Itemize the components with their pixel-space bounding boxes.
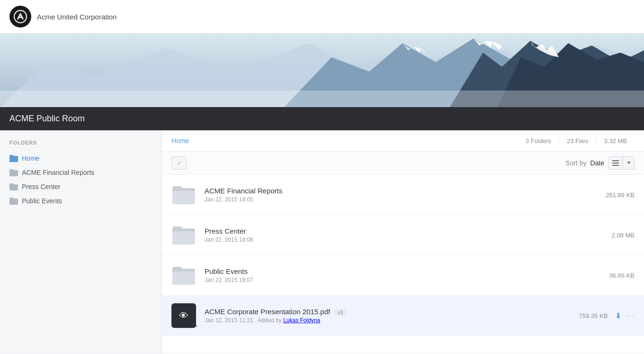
svg-rect-11 [612,160,619,161]
logo-icon [9,6,31,27]
folder-icon-press [9,183,18,191]
sidebar-item-press-center[interactable]: Press Center [0,180,161,194]
file-info-presentation: ACME Corporate Presentation 2015.pdf v1 … [205,308,565,324]
folder-thumbnail-events [171,263,196,288]
more-options-button[interactable]: ··· [626,312,635,319]
folder-icon-financial [9,169,18,176]
file-size: 759.35 KB [565,312,608,319]
content-area: Home 3 Folders 23 Files 3.32 MB ✓ Sort b… [162,130,644,354]
folder-large-icon [172,266,195,285]
sidebar-item-home[interactable]: Home [0,151,161,165]
header: Acme United Corporation [0,0,644,34]
svg-point-1 [19,16,22,18]
file-date: Jan 22, 2015 18:05 [205,196,592,203]
sidebar-press-label: Press Center [22,183,61,191]
sidebar-financial-label: ACME Financial Reports [22,169,94,176]
file-name: Press Center [205,227,592,235]
svg-rect-12 [612,163,619,163]
content-stats: 3 Folders 23 Files 3.32 MB [518,137,635,145]
file-name: ACME Financial Reports [205,187,592,195]
content-header: Home 3 Folders 23 Files 3.32 MB [162,130,644,152]
checkmark-icon: ✓ [177,160,182,167]
file-info-press: Press Center Jan 22, 2015 18:08 [205,227,592,243]
folder-icon-events [9,198,18,205]
download-button[interactable]: ⬇ [615,311,621,320]
file-date: Jan 12, 2015 11:21 Added by Lukas Foldyn… [205,317,565,324]
cursor-icon: ↖ [192,320,198,329]
folder-thumbnail-press [171,223,196,247]
toolbar-row: ✓ Sort by Date [162,152,644,175]
sidebar: FOLDERS Home ACME Financial Reports Pres… [0,130,162,354]
list-view-icon [612,160,619,166]
file-info-financial: ACME Financial Reports Jan 22, 2015 18:0… [205,187,592,203]
total-size: 3.32 MB [596,137,635,145]
sidebar-item-financial-reports[interactable]: ACME Financial Reports [0,165,161,180]
eye-icon: 👁 [179,310,188,321]
sidebar-home-label: Home [22,154,39,162]
file-list: ACME Financial Reports Jan 22, 2015 18:0… [162,175,644,336]
folder-large-icon [172,226,195,245]
file-date: Jan 22, 2015 18:07 [205,277,592,283]
svg-rect-13 [612,165,619,166]
sort-label: Sort by [565,159,586,167]
title-bar: ACME Public Room [0,107,644,130]
folder-thumbnail-financial [171,182,196,207]
chevron-down-icon [627,162,631,164]
folders-section-label: FOLDERS [0,140,161,151]
file-name: ACME Corporate Presentation 2015.pdf v1 [205,308,565,316]
table-row[interactable]: Public Events Jan 22, 2015 18:07 36.66 K… [162,255,644,296]
folder-large-icon [172,185,195,204]
table-row[interactable]: 👁 ↖ ACME Corporate Presentation 2015.pdf… [162,296,644,336]
sidebar-events-label: Public Events [22,197,62,205]
sidebar-item-public-events[interactable]: Public Events [0,194,161,208]
file-actions: ⬇ ··· [615,311,635,320]
files-count: 23 Files [559,137,596,145]
folder-icon-home [9,155,18,162]
file-date: Jan 22, 2015 18:08 [205,236,592,243]
table-row[interactable]: Press Center Jan 22, 2015 18:08 2.08 MB [162,215,644,255]
file-size: 2.08 MB [592,232,635,239]
file-name: Public Events [205,267,592,275]
folders-count: 3 Folders [518,137,559,145]
file-info-events: Public Events Jan 22, 2015 18:07 [205,267,592,283]
svg-rect-10 [0,91,644,107]
sort-controls: Sort by Date [565,156,635,170]
company-name: Acme United Corporation [37,13,116,21]
table-row[interactable]: ACME Financial Reports Jan 22, 2015 18:0… [162,175,644,215]
list-view-button[interactable] [608,156,623,170]
added-by-link[interactable]: Lukas Foldyna [283,317,320,324]
breadcrumb[interactable]: Home [171,137,518,145]
select-all-button[interactable]: ✓ [171,156,187,170]
sort-dropdown-button[interactable] [623,156,635,170]
hero-banner [0,34,644,107]
main-layout: FOLDERS Home ACME Financial Reports Pres… [0,130,644,354]
file-size: 261.89 KB [592,191,635,199]
room-title: ACME Public Room [9,114,85,123]
sort-value: Date [590,159,604,167]
version-badge: v1 [335,309,346,316]
file-size: 36.66 KB [592,272,635,279]
pdf-thumbnail: 👁 ↖ [171,303,196,328]
